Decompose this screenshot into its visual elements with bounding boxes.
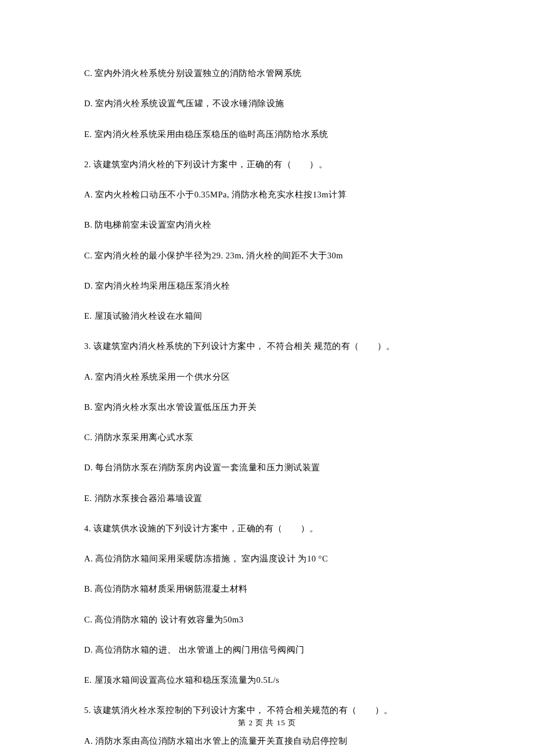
- text-line: D. 室内消火栓系统设置气压罐，不设水锤消除设施: [84, 98, 450, 110]
- text-line: A. 消防水泵由高位消防水箱出水管上的流量开关直接自动启停控制: [84, 735, 450, 748]
- text-line: 2. 该建筑室内消火栓的下列设计方案中，正确的有（ ）。: [84, 159, 450, 171]
- text-line: C. 室内消火栓的最小保护半径为29. 23m, 消火栓的间距不大于30m: [84, 250, 450, 262]
- text-line: C. 消防水泵采用离心式水泵: [84, 431, 450, 444]
- text-line: B. 室内消火栓水泵出水管设置低压压力开关: [84, 401, 450, 414]
- text-line: C. 高位消防水箱的 设计有效容量为50m3: [84, 614, 450, 627]
- text-line: D. 室内消火栓均采用压稳压泵消火栓: [84, 280, 450, 293]
- text-line: A. 室内消火栓系统采用一个供水分区: [84, 371, 450, 384]
- text-line: B. 防电梯前室未设置室内消火栓: [84, 219, 450, 232]
- page-footer: 第 2 页 共 15 页: [0, 718, 534, 728]
- text-line: E. 屋顶水箱间设置高位水箱和稳压泵流量为0.5L/s: [84, 674, 450, 687]
- text-line: D. 每台消防水泵在消防泵房内设置一套流量和压力测试装置: [84, 462, 450, 474]
- text-line: E. 室内消火栓系统采用由稳压泵稳压的临时高压消防给水系统: [84, 128, 450, 141]
- text-line: C. 室内外消火栓系统分别设置独立的消防给水管网系统: [84, 67, 450, 80]
- text-line: A. 室内火栓检口动压不小于0.35MPa, 消防水枪充实水柱按13m计算: [84, 189, 450, 201]
- text-line: E. 屋顶试验消火栓设在水箱间: [84, 310, 450, 323]
- text-line: 5. 该建筑消火栓水泵控制的下列设计方案中， 不符合相关规范的有（ ）。: [84, 704, 450, 717]
- text-line: 4. 该建筑供水设施的下列设计方案中，正确的有（ ）。: [84, 523, 450, 535]
- text-line: E. 消防水泵接合器沿幕墙设置: [84, 492, 450, 505]
- text-line: D. 高位消防水箱的进、 出水管道上的阀门用信号阀阀门: [84, 644, 450, 657]
- text-line: 3. 该建筑室内消火栓系统的下列设计方案中， 不符合相关 规范的有（ ）。: [84, 340, 450, 353]
- text-line: B. 高位消防水箱材质采用钢筋混凝土材料: [84, 583, 450, 596]
- document-content: C. 室内外消火栓系统分别设置独立的消防给水管网系统 D. 室内消火栓系统设置气…: [0, 0, 534, 756]
- text-line: A. 高位消防水箱间采用采暖防冻措施， 室内温度设计 为10 °C: [84, 553, 450, 566]
